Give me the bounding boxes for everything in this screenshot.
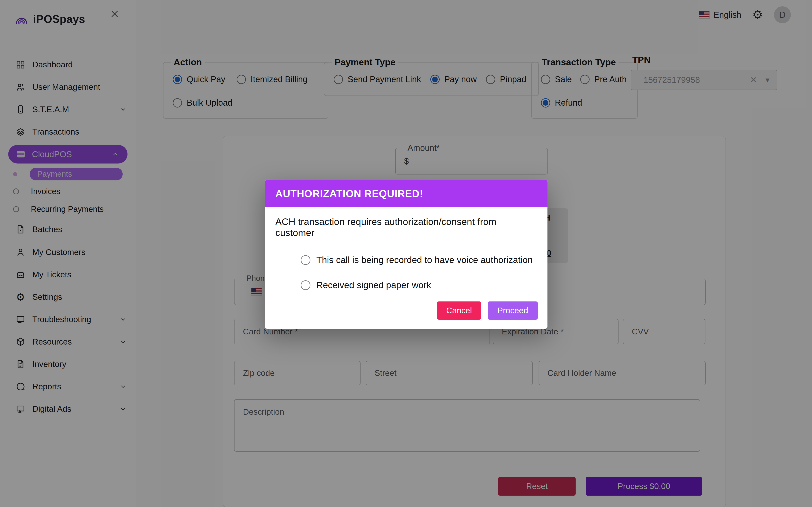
radio-signed-paper-work[interactable]: Received signed paper work (301, 280, 537, 290)
modal-body: ACH transaction requires authorization/c… (265, 207, 548, 292)
modal-message: ACH transaction requires authorization/c… (275, 216, 537, 238)
proceed-button[interactable]: Proceed (488, 301, 538, 320)
modal-title: AUTHORIZATION REQUIRED! (275, 188, 423, 200)
authorization-modal: AUTHORIZATION REQUIRED! ACH transaction … (265, 180, 548, 329)
modal-footer: Cancel Proceed (265, 292, 548, 329)
modal-header: AUTHORIZATION REQUIRED! (265, 180, 548, 207)
radio-icon (301, 280, 310, 290)
cancel-button[interactable]: Cancel (437, 301, 481, 320)
radio-icon (301, 255, 310, 265)
radio-voice-authorization[interactable]: This call is being recorded to have voic… (301, 255, 537, 265)
